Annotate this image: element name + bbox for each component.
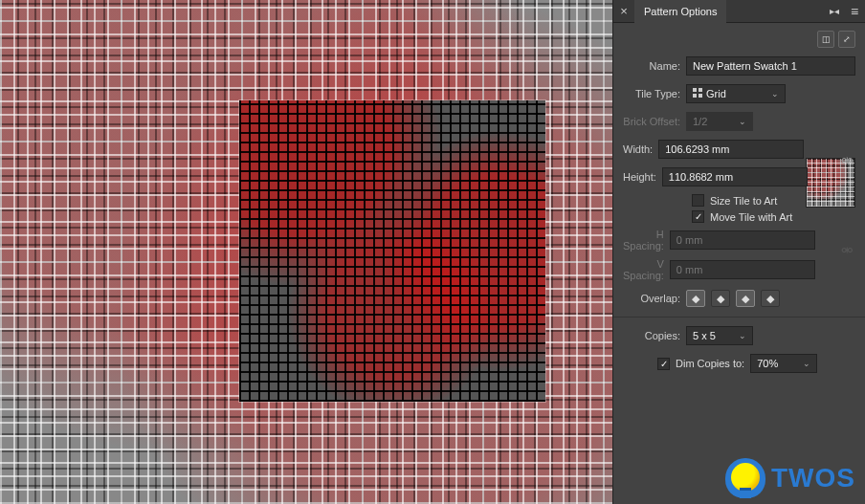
panel-menu-icon[interactable]: ≡ <box>844 4 865 19</box>
h-spacing-label: H Spacing: <box>623 229 670 252</box>
overlap-label: Overlap: <box>623 293 686 304</box>
tile-type-select[interactable]: Grid ⌄ <box>686 84 786 103</box>
close-icon[interactable]: × <box>613 4 634 18</box>
watermark-logo: TWOS <box>725 458 855 498</box>
dim-copies-label: Dim Copies to: <box>676 358 744 369</box>
v-spacing-label: V Spacing: <box>623 258 670 281</box>
pattern-tile-preview[interactable] <box>239 100 545 402</box>
dim-copies-select[interactable]: 70% ⌄ <box>750 354 817 373</box>
lightbulb-icon <box>725 458 765 498</box>
logo-text: TWOS <box>771 463 855 493</box>
grid-icon <box>693 88 702 98</box>
overlap-left-in-front-button[interactable]: ◆ <box>686 290 705 307</box>
height-field[interactable] <box>662 167 808 186</box>
h-spacing-field <box>670 230 815 250</box>
overlap-right-in-front-button[interactable]: ◆ <box>711 290 730 307</box>
dim-copies-checkbox[interactable] <box>657 358 670 370</box>
overlap-top-in-front-button[interactable]: ◆ <box>736 290 755 307</box>
brick-offset-select: 1/2 ⌄ <box>686 112 753 131</box>
size-tile-to-art-label: Size Tile to Art <box>710 195 777 207</box>
link-spacing-icon: ⚮ <box>841 242 854 259</box>
width-field[interactable] <box>658 140 804 159</box>
overlap-bottom-in-front-button[interactable]: ◆ <box>761 290 780 307</box>
chevron-down-icon: ⌄ <box>739 117 746 126</box>
pattern-options-panel: × Pattern Options ▸◂ ≡ ◫ ⤢ Name: Tile Ty… <box>612 0 865 504</box>
pattern-tile-tool-icon[interactable]: ⤢ <box>838 31 855 48</box>
collapse-panel-icon[interactable]: ▸◂ <box>825 6 844 16</box>
move-tile-with-art-checkbox[interactable] <box>692 210 704 223</box>
move-tile-with-art-label: Move Tile with Art <box>710 211 792 223</box>
chevron-down-icon: ⌄ <box>803 359 810 368</box>
canvas-area[interactable] <box>0 0 612 504</box>
panel-title[interactable]: Pattern Options <box>634 0 726 23</box>
size-tile-to-art-checkbox[interactable] <box>692 194 704 207</box>
chevron-down-icon: ⌄ <box>739 331 746 340</box>
height-label: Height: <box>623 171 662 183</box>
v-spacing-field <box>670 260 815 279</box>
copies-select[interactable]: 5 x 5 ⌄ <box>686 326 753 345</box>
tile-type-label: Tile Type: <box>623 88 686 99</box>
brick-offset-label: Brick Offset: <box>623 116 686 127</box>
copies-label: Copies: <box>623 330 686 341</box>
name-field[interactable] <box>686 56 855 76</box>
width-label: Width: <box>623 143 658 155</box>
chevron-down-icon: ⌄ <box>771 89 779 99</box>
link-dimensions-icon[interactable]: ⚮ <box>841 152 854 169</box>
name-label: Name: <box>623 60 686 72</box>
tile-bounds-icon[interactable]: ◫ <box>817 31 834 48</box>
